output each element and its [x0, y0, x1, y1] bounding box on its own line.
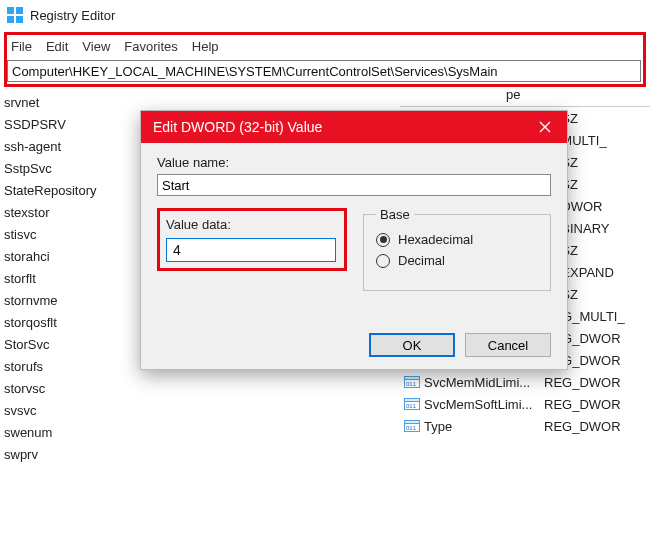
menu-favorites[interactable]: Favorites [124, 39, 177, 54]
tree-item[interactable]: storahci [4, 245, 130, 267]
edit-dword-dialog: Edit DWORD (32-bit) Value Value name: Va… [140, 110, 568, 370]
svg-rect-2 [7, 16, 14, 23]
value-row[interactable]: 011SvcMemSoftLimi...REG_DWOR [400, 393, 650, 415]
menu-address-highlight: File Edit View Favorites Help [4, 32, 646, 87]
tree-item[interactable]: stornvme [4, 289, 130, 311]
tree-item[interactable]: svsvc [4, 399, 130, 421]
menu-bar: File Edit View Favorites Help [7, 37, 641, 60]
close-button[interactable] [523, 111, 567, 143]
radio-dec[interactable]: Decimal [376, 253, 538, 268]
menu-view[interactable]: View [82, 39, 110, 54]
value-name-label: Value name: [157, 155, 551, 170]
dword-icon: 011 [404, 374, 420, 390]
tree-item[interactable]: swenum [4, 421, 130, 443]
column-header-type[interactable]: pe [400, 87, 650, 107]
tree-item[interactable]: SSDPSRV [4, 113, 130, 135]
value-type: REG_DWOR [544, 397, 621, 412]
tree-item[interactable]: stisvc [4, 223, 130, 245]
svg-text:011: 011 [406, 381, 417, 387]
svg-rect-41 [405, 377, 420, 380]
ok-button[interactable]: OK [369, 333, 455, 357]
value-type: REG_DWOR [544, 419, 621, 434]
menu-edit[interactable]: Edit [46, 39, 68, 54]
tree-item[interactable]: StorSvc [4, 333, 130, 355]
dword-icon: 011 [404, 396, 420, 412]
value-data-highlight: Value data: [157, 208, 347, 271]
value-row[interactable]: 011TypeREG_DWOR [400, 415, 650, 437]
value-row[interactable]: 011SvcMemMidLimi...REG_DWOR [400, 371, 650, 393]
svg-rect-44 [405, 399, 420, 402]
svg-rect-1 [16, 7, 23, 14]
svg-text:011: 011 [406, 425, 417, 431]
menu-help[interactable]: Help [192, 39, 219, 54]
menu-file[interactable]: File [11, 39, 32, 54]
dword-icon: 011 [404, 418, 420, 434]
tree-item[interactable]: storufs [4, 355, 130, 377]
radio-hex[interactable]: Hexadecimal [376, 232, 538, 247]
tree-item[interactable]: srvnet [4, 91, 130, 113]
radio-dec-label: Decimal [398, 253, 445, 268]
window-titlebar: Registry Editor [0, 0, 650, 30]
base-groupbox: Base Hexadecimal Decimal [363, 214, 551, 291]
cancel-button[interactable]: Cancel [465, 333, 551, 357]
tree-item[interactable]: ssh-agent [4, 135, 130, 157]
tree-item[interactable]: storvsc [4, 377, 130, 399]
tree-item[interactable]: swprv [4, 443, 130, 465]
radio-circle-icon [376, 233, 390, 247]
tree-item[interactable]: storflt [4, 267, 130, 289]
window-title: Registry Editor [30, 8, 115, 23]
svg-rect-0 [7, 7, 14, 14]
svg-text:011: 011 [406, 403, 417, 409]
tree-item[interactable]: storqosflt [4, 311, 130, 333]
svg-rect-47 [405, 421, 420, 424]
tree-item[interactable]: StateRepository [4, 179, 130, 201]
dialog-title: Edit DWORD (32-bit) Value [153, 119, 322, 135]
regedit-icon [6, 6, 24, 24]
svg-rect-3 [16, 16, 23, 23]
radio-hex-label: Hexadecimal [398, 232, 473, 247]
tree-item[interactable]: stexstor [4, 201, 130, 223]
tree-panel: srvnetSSDPSRVssh-agentSstpSvcStateReposi… [0, 87, 130, 527]
radio-circle-icon [376, 254, 390, 268]
dialog-titlebar: Edit DWORD (32-bit) Value [141, 111, 567, 143]
value-data-input[interactable] [166, 238, 336, 262]
value-name-input[interactable] [157, 174, 551, 196]
address-bar[interactable] [7, 60, 641, 82]
dialog-body: Value name: Value data: Base Hexadecimal… [141, 143, 567, 369]
value-type: REG_DWOR [544, 375, 621, 390]
base-legend: Base [376, 207, 414, 222]
tree-item[interactable]: SstpSvc [4, 157, 130, 179]
value-data-label: Value data: [166, 217, 336, 232]
